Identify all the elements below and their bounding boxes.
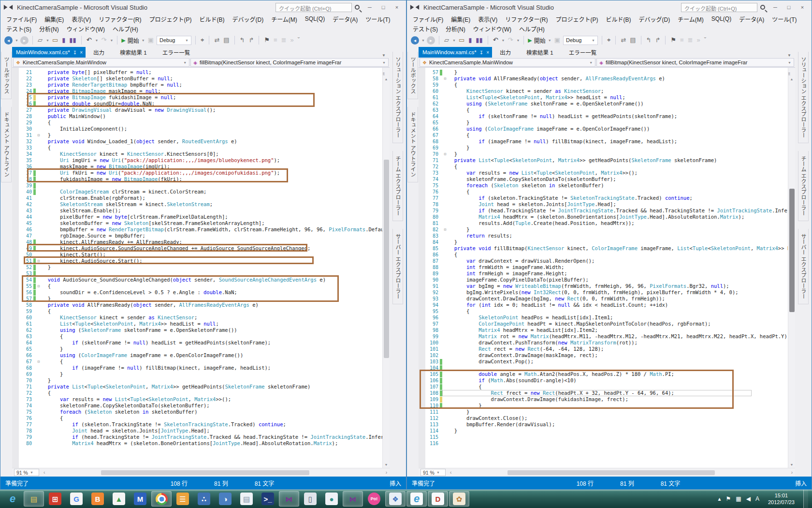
indent-icon[interactable]: » [696,36,701,44]
taskbar-visual-studio-2-icon[interactable]: ⋈ [343,491,363,507]
zoom-level-combo[interactable]: 91 % ▼ [14,469,39,476]
tool-tab-ツールボックス[interactable]: ツールボックス [407,52,418,99]
maximize-button[interactable]: □ [783,3,795,12]
break-all-icon[interactable]: ▣ [147,36,155,44]
taskbar-ie-icon[interactable]: e [2,491,23,507]
taskbar-google-app-icon[interactable]: G [66,491,87,507]
new-file-icon[interactable]: ▱ [443,36,450,44]
taskbar-windows-red-app-icon[interactable]: ⊞ [45,491,65,507]
uncomment-icon[interactable]: ≣ [280,36,288,44]
properties-window-icon[interactable]: ▤ [222,36,230,44]
save-all-icon[interactable]: ▮▮ [475,36,483,44]
break-all-icon[interactable]: ▣ [553,36,561,44]
menu-item[interactable]: 表示(V) [68,14,95,24]
titlebar[interactable]: KinectCameraSample - Microsoft Visual St… [0,0,406,14]
code-editor[interactable]: 21 private byte[] pixelBuffer = null;22 … [12,67,390,468]
redo-icon[interactable]: ↷ [507,36,514,44]
tab-出力[interactable]: 出力 [86,47,112,58]
tool-tab-ソリューション エクスプローラー[interactable]: ソリューション エクスプローラー [392,52,403,143]
menu-item[interactable]: テスト(S) [409,24,442,34]
minimize-button[interactable]: ─ [769,3,782,12]
menu-item[interactable]: ビルド(B) [196,14,229,24]
taskbar-ie-window-icon[interactable]: e [406,491,427,507]
taskbar-explorer-icon[interactable]: ▤ [24,491,44,507]
cursor-forward-icon[interactable]: ↱ [654,36,661,44]
tray-network-icon[interactable]: ▦ [736,495,741,502]
menu-item[interactable]: データ(A) [329,14,362,24]
sync-solution-icon[interactable]: ⇄ [213,36,220,44]
menu-item[interactable]: 表示(V) [474,14,501,24]
tool-tab-ツールボックス[interactable]: ツールボックス [1,52,12,99]
tool-tab-サーバー エクスプローラー[interactable]: サーバー エクスプローラー [798,229,809,304]
scroll-right-icon[interactable]: › [789,470,795,475]
toolbar-overflow-icon[interactable]: ˇ [703,36,707,44]
tab-エラー一覧[interactable]: エラー一覧 [561,47,605,58]
uncomment-icon[interactable]: ≣ [687,36,694,44]
scrollbar-thumb[interactable] [508,470,715,475]
maximize-button[interactable]: □ [377,3,390,12]
menu-item[interactable]: デバッグ(D) [229,14,268,24]
menu-item[interactable]: プロジェクト(P) [145,14,196,24]
code-editor[interactable]: 57 }58⊟ private void AllFramesReady(obje… [419,67,795,468]
member-combo[interactable]: ◈ fillBitmap(KinectSensor kinect, ColorI… [596,58,794,67]
save-icon[interactable]: ▮ [467,36,473,44]
taskbar-clock[interactable]: 15:01 2012/07/23 [764,492,798,506]
taskbar-po-app-icon[interactable]: Po! [364,491,384,507]
cursor-forward-icon[interactable]: ↱ [247,36,255,44]
taskbar-orange-list-app-icon[interactable]: ☰ [173,491,193,507]
class-combo[interactable]: ❖ KinectCameraSample.MainWindow ▼ [13,58,189,67]
editor-splitter-handle[interactable]: ≡ [383,72,385,75]
menu-item[interactable]: ファイル(F) [409,14,447,24]
menu-item[interactable]: チーム(M) [674,14,708,24]
new-file-icon[interactable]: ▱ [37,36,44,44]
tab-list-dropdown-icon[interactable]: ▼ [783,53,795,58]
menu-item[interactable]: 分析(N) [442,24,469,34]
menu-item[interactable]: リファクター(R) [501,14,551,24]
sync-solution-icon[interactable]: ⇄ [620,36,627,44]
tab-mainwindow-xaml-cs[interactable]: MainWindow.xaml.cs* ↧ × [12,47,86,58]
menu-item[interactable]: データ(A) [735,14,768,24]
debug-target-combo[interactable]: Debug▼ [563,36,598,45]
menu-item[interactable]: 編集(E) [41,14,68,24]
menu-item[interactable]: リファクター(R) [95,14,145,24]
menu-item[interactable]: SQL(Q) [301,15,329,23]
menu-item[interactable]: 編集(E) [447,14,474,24]
close-tab-icon[interactable]: × [486,50,489,55]
undo-icon[interactable]: ↶ [492,36,499,44]
start-debug-button[interactable]: ▶開始▼ [528,36,551,45]
toolbar-overflow-icon[interactable]: ˇ [297,36,301,44]
scroll-up-icon[interactable]: ▲ [383,76,390,82]
bookmark-icon[interactable]: ⚑ [263,36,271,44]
menu-item[interactable]: ヘルプ(H) [109,24,142,34]
tray-volume-icon[interactable]: ◀ [746,495,751,502]
indent-icon[interactable]: » [290,36,295,44]
taskbar-notepad-icon[interactable]: ▤ [236,491,257,507]
vertical-scrollbar[interactable]: ≡ ▲ ▼ [788,68,795,468]
taskbar-paw-app-icon[interactable]: ∴ [194,491,214,507]
scroll-right-icon[interactable]: › [383,470,390,475]
taskbar-gauge-app-icon[interactable]: ◑ [215,491,235,507]
outline-mark[interactable]: ⊟ [36,283,42,289]
menu-item[interactable]: ツール(T) [768,14,800,24]
horizontal-scrollbar[interactable] [47,470,383,476]
quick-launch-input[interactable]: クイック起動 (Ctrl+Q) [681,3,757,12]
properties-window-icon[interactable]: ▤ [629,36,637,44]
comment-icon[interactable]: ≡ [273,36,278,44]
menu-item[interactable]: デバッグ(D) [635,14,674,24]
member-combo[interactable]: ◈ fillBitmap(KinectSensor kinect, ColorI… [190,58,389,67]
scroll-down-icon[interactable]: ▼ [788,462,795,468]
scroll-down-icon[interactable]: ▼ [383,462,390,468]
save-all-icon[interactable]: ▮▮ [68,36,77,44]
tool-tab-ソリューション エクスプローラー[interactable]: ソリューション エクスプローラー [798,52,809,143]
taskbar-setup-shield-app-icon[interactable]: ❖ [385,491,406,507]
taskbar-visual-studio-1-icon[interactable]: ⋈ [279,491,299,507]
menu-item[interactable]: プロジェクト(P) [552,14,602,24]
comment-icon[interactable]: ≡ [679,36,685,44]
tool-tab-サーバー エクスプローラー[interactable]: サーバー エクスプローラー [392,229,403,304]
class-combo[interactable]: ❖ KinectCameraSample.MainWindow ▼ [420,58,595,67]
menu-item[interactable]: SQL(Q) [708,15,735,23]
tab-list-dropdown-icon[interactable]: ▼ [378,53,390,58]
close-button[interactable]: × [796,3,809,12]
open-file-icon[interactable]: ▭ [458,36,465,44]
tab-mainwindow-xaml-cs[interactable]: MainWindow.xaml.cs* ↧ × [419,47,492,58]
